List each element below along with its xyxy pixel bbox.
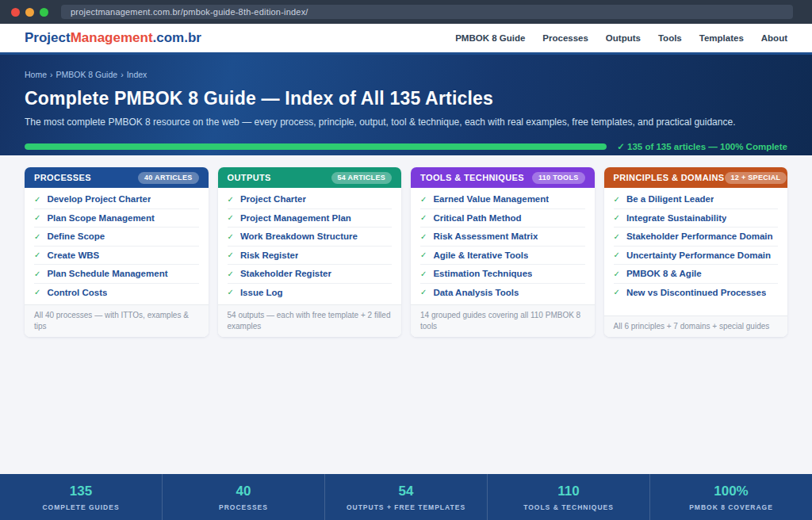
- nav-link-tools[interactable]: Tools: [658, 33, 682, 43]
- breadcrumb-link-index[interactable]: Index: [127, 70, 147, 79]
- card-item-label: Project Charter: [240, 194, 306, 204]
- stat-value: 40: [236, 484, 251, 499]
- card-title: TOOLS & TECHNIQUES: [420, 173, 524, 182]
- stat-complete-guides: 135COMPLETE GUIDES: [0, 474, 162, 520]
- card-item-plan-schedule-management[interactable]: ✓Plan Schedule Management: [34, 265, 199, 284]
- card-item-stakeholder-register[interactable]: ✓Stakeholder Register: [228, 265, 393, 284]
- card-item-label: New vs Discontinued Processes: [626, 288, 766, 297]
- card-item-project-management-plan[interactable]: ✓Project Management Plan: [228, 209, 393, 228]
- site-header: ProjectManagement.com.br PMBOK 8 GuidePr…: [0, 24, 812, 52]
- stat-label: TOOLS & TECHNIQUES: [523, 503, 614, 511]
- stat-outputs-free-templates: 54OUTPUTS + FREE TEMPLATES: [324, 474, 487, 520]
- card-title: OUTPUTS: [228, 173, 271, 182]
- nav-link-outputs[interactable]: Outputs: [606, 33, 641, 43]
- card-item-risk-assessment-matrix[interactable]: ✓Risk Assessment Matrix: [420, 228, 585, 247]
- check-icon: ✓: [228, 195, 234, 204]
- stat-value: 54: [399, 484, 414, 499]
- card-item-label: Issue Log: [240, 288, 283, 297]
- card-item-agile-iterative-tools[interactable]: ✓Agile & Iterative Tools: [420, 247, 585, 266]
- close-window-button[interactable]: [11, 8, 20, 17]
- check-icon: ✓: [34, 250, 40, 259]
- progress-bar: [25, 143, 607, 150]
- check-icon: ✓: [614, 195, 620, 204]
- card-item-risk-register[interactable]: ✓Risk Register: [228, 247, 393, 266]
- check-icon: ✓: [228, 250, 234, 259]
- card-item-uncertainty-performance-domain[interactable]: ✓Uncertainty Performance Domain: [614, 247, 779, 266]
- card-item-label: Integrate Sustainability: [626, 213, 727, 223]
- card-title: PROCESSES: [34, 173, 91, 182]
- card-item-label: Control Costs: [47, 288, 107, 297]
- stat-label: PMBOK 8 COVERAGE: [689, 503, 773, 511]
- cards-grid: PROCESSES40 ARTICLES✓Develop Project Cha…: [25, 167, 787, 337]
- card-item-issue-log[interactable]: ✓Issue Log: [228, 284, 393, 302]
- check-icon: ✓: [614, 288, 620, 296]
- maximize-window-button[interactable]: [40, 8, 48, 17]
- nav-link-processes[interactable]: Processes: [542, 33, 588, 43]
- minimize-window-button[interactable]: [25, 8, 34, 17]
- check-icon: ✓: [228, 213, 234, 222]
- stats-footer: 135COMPLETE GUIDES40PROCESSES54OUTPUTS +…: [0, 474, 812, 520]
- card-item-estimation-techniques[interactable]: ✓Estimation Techniques: [420, 265, 585, 284]
- stat-label: PROCESSES: [219, 503, 268, 511]
- card-item-control-costs[interactable]: ✓Control Costs: [34, 284, 199, 302]
- check-icon: ✓: [614, 232, 620, 241]
- check-icon: ✓: [420, 270, 427, 278]
- card-header-tools-techniques: TOOLS & TECHNIQUES110 TOOLS: [411, 167, 595, 188]
- card-item-data-analysis-tools[interactable]: ✓Data Analysis Tools: [420, 284, 585, 302]
- window-controls: [11, 8, 48, 17]
- card-footer-note: 14 grouped guides covering all 110 PMBOK…: [411, 304, 595, 337]
- nav-link-templates[interactable]: Templates: [699, 33, 744, 43]
- card-item-create-wbs[interactable]: ✓Create WBS: [34, 247, 199, 266]
- card-principles-domains: PRINCIPLES & DOMAINS12 + SPECIAL✓Be a Di…: [604, 167, 788, 337]
- check-icon: ✓: [34, 232, 40, 241]
- check-icon: ✓: [614, 213, 620, 222]
- card-item-label: Earned Value Management: [433, 194, 549, 204]
- breadcrumb-separator: ›: [50, 70, 53, 79]
- card-item-critical-path-method[interactable]: ✓Critical Path Method: [420, 209, 585, 228]
- url-bar[interactable]: projectmanagement.com.br/pmbok-guide-8th…: [61, 5, 793, 19]
- breadcrumb-link-home[interactable]: Home: [25, 70, 47, 79]
- breadcrumb-link-pmbok-8-guide[interactable]: PMBOK 8 Guide: [56, 70, 118, 79]
- card-title: PRINCIPLES & DOMAINS: [614, 173, 725, 182]
- card-item-develop-project-charter[interactable]: ✓Develop Project Charter: [34, 190, 199, 209]
- stat-label: COMPLETE GUIDES: [42, 503, 119, 511]
- card-item-stakeholder-performance-domain[interactable]: ✓Stakeholder Performance Domain: [614, 228, 779, 247]
- nav-link-pmbok-8-guide[interactable]: PMBOK 8 Guide: [455, 33, 525, 43]
- stat-value: 110: [557, 484, 579, 499]
- card-item-plan-scope-management[interactable]: ✓Plan Scope Management: [34, 209, 199, 228]
- check-icon: ✓: [420, 250, 427, 259]
- card-badge: 40 ARTICLES: [138, 172, 198, 184]
- card-item-define-scope[interactable]: ✓Define Scope: [34, 228, 199, 247]
- check-icon: ✓: [228, 270, 234, 278]
- card-item-earned-value-management[interactable]: ✓Earned Value Management: [420, 190, 585, 209]
- check-icon: ✓: [34, 213, 40, 222]
- check-icon: ✓: [228, 232, 234, 241]
- card-item-label: Be a Diligent Leader: [626, 194, 714, 204]
- nav-link-about[interactable]: About: [761, 33, 787, 43]
- breadcrumb: Home›PMBOK 8 Guide›Index: [25, 70, 787, 79]
- stat-tools-techniques: 110TOOLS & TECHNIQUES: [487, 474, 649, 520]
- browser-window: projectmanagement.com.br/pmbok-guide-8th…: [0, 0, 812, 520]
- page-title: Complete PMBOK 8 Guide — Index of All 13…: [25, 88, 787, 109]
- card-list: ✓Develop Project Charter✓Plan Scope Mana…: [25, 188, 209, 304]
- card-item-label: Uncertainty Performance Domain: [626, 250, 771, 260]
- card-item-label: Critical Path Method: [433, 213, 521, 223]
- card-header-principles-domains: PRINCIPLES & DOMAINS12 + SPECIAL: [604, 167, 788, 188]
- card-item-integrate-sustainability[interactable]: ✓Integrate Sustainability: [614, 209, 779, 228]
- card-item-label: Define Scope: [47, 231, 105, 241]
- card-item-pmbok-8-agile[interactable]: ✓PMBOK 8 & Agile: [614, 265, 779, 284]
- card-footer-note: All 40 processes — with ITTOs, examples …: [25, 304, 209, 337]
- logo-part-project: Project: [25, 30, 71, 45]
- card-item-project-charter[interactable]: ✓Project Charter: [228, 190, 393, 209]
- stat-value: 100%: [714, 484, 748, 499]
- card-item-be-a-diligent-leader[interactable]: ✓Be a Diligent Leader: [614, 190, 779, 209]
- card-footer-note: 54 outputs — each with free template + 2…: [218, 304, 402, 337]
- hero-section: Home›PMBOK 8 Guide›Index Complete PMBOK …: [0, 52, 812, 155]
- progress-label: ✓ 135 of 135 articles — 100% Complete: [617, 141, 787, 152]
- card-item-new-vs-discontinued-processes[interactable]: ✓New vs Discontinued Processes: [614, 284, 779, 302]
- check-icon: ✓: [614, 250, 620, 259]
- card-item-work-breakdown-structure[interactable]: ✓Work Breakdown Structure: [228, 228, 393, 247]
- card-item-label: Risk Assessment Matrix: [433, 231, 538, 241]
- progress-fill: [25, 143, 607, 150]
- site-logo[interactable]: ProjectManagement.com.br: [25, 30, 201, 46]
